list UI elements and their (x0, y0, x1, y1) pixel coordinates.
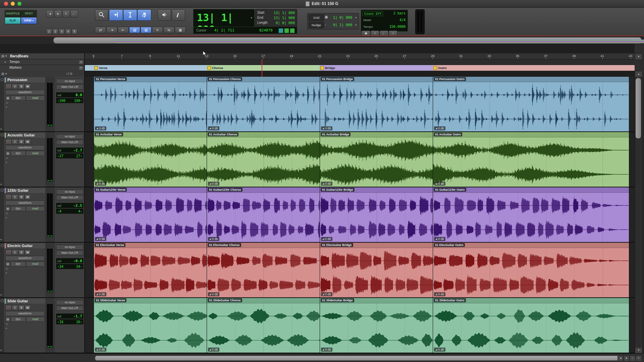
track-lane[interactable]: 01 Percussion Verse◢0 dB01 Percussion Ch… (85, 77, 635, 132)
ruler-expand-button[interactable]: ▾ (635, 54, 642, 60)
timebase-label[interactable]: Bars|Beats (10, 54, 29, 58)
audio-zoom-button[interactable]: ≈ (62, 10, 70, 17)
grabber-tool-button[interactable] (137, 9, 151, 21)
zoom-out-corner-button[interactable]: − (630, 355, 636, 361)
audio-region[interactable]: 01 SlideGuitar Bridge◢0 dB (320, 298, 433, 353)
record-enable-button[interactable]: ● (5, 84, 12, 89)
audio-region[interactable]: 01 Guitar12Str Chorus◢0 dB (207, 187, 320, 242)
pan-display[interactable]: ‹2727› (56, 153, 84, 159)
tempo-label[interactable]: Tempo (363, 25, 373, 28)
dyn-selector[interactable]: dyn (10, 96, 26, 101)
audio-region[interactable]: 01 Guitar12Str Outro◢0 dB (433, 187, 629, 242)
plugin-icon[interactable]: ▦ (5, 96, 10, 101)
audio-region[interactable]: 01 SlideGuitar Verse◢0 dB (94, 298, 207, 353)
vertical-scrollbar-thumb[interactable] (636, 78, 641, 138)
region-gain-badge[interactable]: ◢0 dB (208, 237, 219, 241)
track-name[interactable]: 12Str Guitar (5, 188, 46, 193)
track-view-selector[interactable]: waveform (5, 311, 45, 316)
dyn-selector[interactable]: dyn (10, 317, 26, 322)
midi-merge-button[interactable]: ♩ (380, 31, 388, 36)
input-selector[interactable]: no input (56, 245, 84, 250)
automation-mode-selector[interactable]: read (26, 151, 45, 156)
track-object-icon[interactable] (1, 78, 4, 81)
horizontal-zoom-out-button[interactable]: ◂ (46, 10, 54, 17)
grid-value-label[interactable]: Grid (309, 14, 324, 21)
input-selector[interactable]: no input (56, 134, 84, 139)
marker-flag-icon[interactable] (433, 66, 437, 70)
audio-region[interactable]: 01 SlideGuitar Outro◢0 dB (433, 298, 629, 353)
volume-display[interactable]: vol-1.7 (56, 313, 84, 319)
trim-tool-button[interactable] (109, 9, 123, 21)
input-monitor-button[interactable]: I (12, 84, 18, 89)
marker-chorus[interactable]: Chorus (207, 66, 223, 70)
automation-mode-selector[interactable]: read (26, 317, 45, 322)
volume-display[interactable]: vol-2.7 (56, 147, 84, 153)
zoom-preset-4[interactable]: 4 (65, 29, 71, 35)
track-name[interactable]: Electric Guitar (5, 243, 46, 248)
record-enable-button[interactable]: ● (5, 250, 12, 255)
tempo-ruler-header[interactable]: ▸ Tempo + (0, 59, 84, 65)
dyn-selector[interactable]: dyn (10, 261, 26, 266)
horizontal-zoom-in-button[interactable]: ▸ (54, 10, 62, 17)
audio-region[interactable]: 01 AcGuitar Chorus◢0 dB (207, 132, 320, 187)
region-gain-badge[interactable]: ◢0 dB (434, 348, 445, 352)
output-selector[interactable]: Main Out L/R (56, 140, 84, 145)
track-collapse-icon[interactable]: ▸ (1, 238, 2, 241)
audio-region[interactable]: 01 SlideGuitar Chorus◢0 dB (207, 298, 320, 353)
record-enable-button[interactable]: ● (5, 305, 12, 310)
track-name[interactable]: Slide Guitar (5, 299, 46, 304)
track-list-chevron-icon[interactable]: ▾ (5, 72, 7, 75)
zoom-preset-3[interactable]: 3 (59, 29, 65, 35)
automation-mode-selector[interactable]: read (26, 261, 45, 266)
markers-ruler[interactable]: VerseChorusBridgeOutro (85, 65, 635, 71)
region-gain-badge[interactable]: ◢0 dB (434, 182, 445, 186)
track-object-icon[interactable] (1, 244, 4, 247)
insertion-follows-button[interactable]: ⇤ (118, 27, 129, 33)
mute-button[interactable]: M (24, 139, 31, 144)
pan-display[interactable]: ‹1616› (56, 319, 84, 324)
output-selector[interactable]: Main Out L/R (56, 84, 84, 89)
overview-scrollbar[interactable] (53, 37, 642, 44)
dyn-selector[interactable]: dyn (10, 206, 26, 211)
input-monitor-button[interactable]: I (12, 305, 18, 310)
record-enable-button[interactable]: ● (5, 139, 12, 144)
output-selector[interactable]: Main Out L/R (56, 306, 84, 311)
scroll-up-button[interactable]: ▴ (635, 71, 642, 77)
mirror-midi-button[interactable]: ≡ (152, 27, 163, 33)
audio-region[interactable]: 01 AcGuitar Bridge◢0 dB (320, 132, 433, 187)
zoom-preset-1[interactable]: 1 (46, 29, 52, 35)
markers-ruler-header[interactable]: Markers + (0, 65, 84, 71)
shuffle-mode-button[interactable]: SHUFFLE (5, 10, 21, 17)
tempo-ruler-label[interactable]: Tempo (9, 60, 19, 64)
audio-region[interactable]: 01 AcGuitar Verse◢0 dB (94, 132, 207, 187)
mute-button[interactable]: M (24, 84, 31, 89)
record-enable-button[interactable]: ● (5, 194, 12, 200)
zoomer-tool-button[interactable] (95, 9, 108, 21)
input-selector[interactable]: no input (56, 189, 84, 194)
scrubber-tool-button[interactable] (158, 9, 171, 21)
tempo-value[interactable]: 150.0000 (389, 25, 406, 28)
output-selector[interactable]: Main Out L/R (56, 195, 84, 200)
zoom-toggle-button[interactable]: ⇄ (95, 27, 106, 33)
track-collapse-icon[interactable]: ▸ (1, 349, 2, 352)
grid-dropdown-icon[interactable]: ▾ (355, 16, 357, 19)
zoom-preset-5[interactable]: 5 (71, 29, 77, 35)
add-marker-button[interactable]: + (78, 66, 84, 70)
region-gain-badge[interactable]: ◢0 dB (95, 237, 106, 241)
metronome-button[interactable]: ◉ (362, 31, 370, 36)
track-object-icon[interactable] (1, 189, 4, 192)
grid-mode-button[interactable]: GRID▾ (21, 17, 37, 24)
track-lane[interactable]: 01 Guitar12Str Verse◢0 dB01 Guitar12Str … (85, 187, 635, 243)
plugin-icon[interactable]: ▦ (5, 151, 10, 156)
meter-label[interactable]: Meter (363, 18, 371, 22)
horizontal-scrollbar-thumb[interactable] (95, 356, 630, 361)
track-collapse-icon[interactable]: ▸ (1, 127, 2, 130)
nudge-dropdown-icon[interactable]: ▾ (355, 23, 357, 26)
pan-display[interactable]: ‹44› (56, 208, 84, 214)
audio-region[interactable]: 01 ElecGuitar Chorus◢0 dB (207, 243, 320, 297)
zoom-preset-2[interactable]: 2 (52, 29, 58, 35)
region-gain-badge[interactable]: ◢0 dB (321, 182, 332, 186)
audio-region[interactable]: 01 ElecGuitar Bridge◢0 dB (320, 243, 433, 297)
link-track-edit-button[interactable]: ▥ (141, 27, 152, 33)
input-selector[interactable]: no input (56, 300, 84, 305)
